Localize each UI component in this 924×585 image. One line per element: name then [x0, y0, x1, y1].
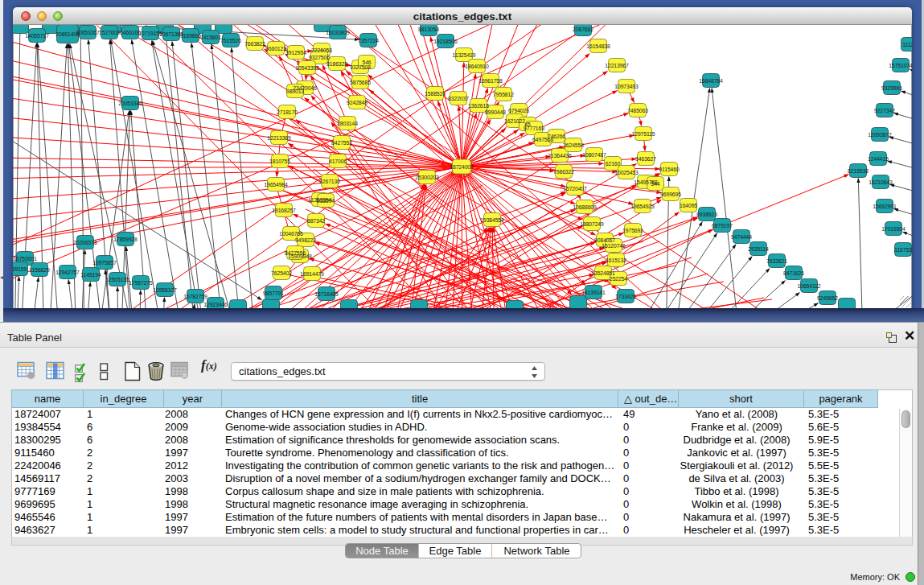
- svg-text:7485063: 7485063: [627, 108, 648, 113]
- svg-text:9327506: 9327506: [309, 55, 330, 60]
- svg-text:10046766: 10046766: [279, 231, 303, 237]
- svg-text:12505135: 12505135: [105, 277, 129, 282]
- svg-text:16120746: 16120746: [602, 243, 626, 249]
- svg-text:1244415: 1244415: [868, 156, 889, 162]
- svg-text:19654923: 19654923: [630, 204, 655, 209]
- svg-text:14055717: 14055717: [25, 33, 49, 39]
- svg-text:9169866: 9169866: [180, 33, 201, 39]
- svg-text:9857791: 9857791: [263, 290, 284, 296]
- svg-text:544: 544: [651, 181, 659, 187]
- svg-text:9242848: 9242848: [347, 100, 368, 105]
- svg-text:2087682: 2087682: [573, 27, 593, 32]
- svg-text:20206576: 20206576: [73, 240, 97, 245]
- svg-text:1156829: 1156829: [29, 267, 50, 273]
- svg-text:25300203: 25300203: [415, 175, 439, 180]
- svg-text:10653267: 10653267: [76, 30, 100, 35]
- svg-text:12942757: 12942757: [55, 270, 80, 275]
- svg-text:546: 546: [362, 60, 371, 65]
- svg-text:19168257: 19168257: [272, 208, 296, 213]
- svg-text:7357224: 7357224: [358, 38, 379, 43]
- svg-text:16154838: 16154838: [586, 43, 610, 49]
- svg-text:1145194: 1145194: [80, 272, 101, 278]
- svg-text:20053346: 20053346: [118, 101, 142, 106]
- svg-text:17957275: 17957275: [129, 280, 153, 286]
- svg-text:8427556: 8427556: [285, 250, 306, 256]
- svg-text:1975692: 1975692: [622, 228, 643, 233]
- svg-text:989013: 989013: [286, 89, 304, 94]
- svg-text:12093872: 12093872: [868, 132, 892, 138]
- svg-text:18640910: 18640910: [465, 64, 489, 69]
- svg-text:15720407: 15720407: [563, 186, 587, 192]
- svg-text:164095: 164095: [680, 203, 697, 208]
- svg-text:10975857: 10975857: [92, 260, 117, 266]
- svg-text:252254: 252254: [610, 276, 627, 282]
- svg-text:19654984: 19654984: [264, 182, 288, 187]
- svg-text:8322037: 8322037: [448, 96, 469, 101]
- svg-text:8471626: 8471626: [783, 270, 804, 276]
- svg-text:13524851: 13524851: [591, 270, 615, 276]
- svg-text:1588520: 1588520: [425, 91, 446, 97]
- svg-text:16753001: 16753001: [13, 256, 37, 262]
- svg-text:10654112: 10654112: [798, 283, 821, 289]
- svg-text:18807249: 18807249: [580, 221, 604, 227]
- svg-text:953594: 953594: [317, 198, 335, 204]
- svg-text:7663822: 7663822: [244, 41, 265, 47]
- svg-text:8990448: 8990448: [485, 109, 506, 115]
- svg-text:1615132: 1615132: [606, 257, 626, 263]
- svg-text:15751074: 15751074: [889, 63, 912, 68]
- svg-text:16210643: 16210643: [869, 179, 893, 185]
- svg-text:16033809: 16033809: [326, 30, 350, 35]
- svg-text:12923446: 12923446: [203, 302, 228, 307]
- svg-text:14139141: 14139141: [581, 290, 606, 295]
- svg-text:9227342: 9227342: [874, 108, 895, 113]
- svg-text:16961758: 16961758: [478, 78, 503, 84]
- svg-text:7515526: 7515526: [220, 38, 241, 43]
- svg-text:9115460: 9115460: [659, 167, 680, 172]
- svg-text:10543392: 10543392: [295, 65, 319, 71]
- svg-text:7415801: 7415801: [200, 35, 221, 40]
- svg-text:12213967: 12213967: [605, 63, 629, 68]
- svg-text:9474444: 9474444: [731, 234, 752, 240]
- svg-text:8938923: 8938923: [696, 212, 717, 217]
- svg-text:746266: 746266: [548, 134, 565, 139]
- svg-text:11325419: 11325419: [453, 52, 476, 58]
- svg-text:3912954: 3912954: [285, 50, 306, 56]
- svg-text:11124: 11124: [902, 42, 912, 47]
- svg-text:16782759: 16782759: [183, 294, 207, 299]
- svg-text:1733426: 1733426: [615, 294, 636, 299]
- svg-text:12213369: 12213369: [267, 135, 291, 141]
- svg-text:19218506: 19218506: [433, 39, 458, 44]
- svg-text:8215938: 8215938: [848, 168, 869, 174]
- svg-text:3267130: 3267130: [319, 179, 340, 184]
- svg-text:1362615: 1362615: [468, 103, 489, 109]
- svg-text:1621022: 1621022: [504, 118, 525, 124]
- svg-text:6794028: 6794028: [508, 108, 529, 113]
- svg-text:7632621: 7632621: [766, 258, 787, 264]
- svg-text:9329966: 9329966: [881, 85, 902, 91]
- svg-text:9245652: 9245652: [817, 295, 838, 301]
- svg-text:1527602: 1527602: [99, 30, 120, 35]
- svg-text:10025453: 10025453: [614, 170, 639, 175]
- svg-text:7625402: 7625402: [271, 270, 292, 276]
- svg-text:116753: 116753: [894, 247, 912, 253]
- svg-text:16648784: 16648784: [699, 78, 723, 84]
- svg-text:9463627: 9463627: [635, 156, 656, 162]
- svg-text:9699695: 9699695: [660, 192, 681, 197]
- svg-text:15692991: 15692991: [873, 204, 897, 209]
- svg-text:19384554: 19384554: [480, 217, 504, 223]
- svg-text:39159: 39159: [13, 266, 27, 272]
- svg-text:6879197: 6879197: [712, 223, 733, 229]
- svg-text:8427552: 8427552: [331, 140, 352, 146]
- svg-text:7986322: 7986322: [553, 169, 574, 175]
- svg-text:10688609: 10688609: [573, 204, 597, 210]
- svg-text:10807487: 10807487: [582, 152, 606, 158]
- svg-text:9084067: 9084067: [594, 237, 615, 243]
- svg-text:18724007: 18724007: [450, 164, 474, 170]
- svg-text:417006: 417006: [329, 159, 347, 164]
- svg-text:5875685: 5875685: [350, 80, 371, 85]
- svg-text:12975115: 12975115: [632, 131, 655, 137]
- svg-text:17859928: 17859928: [113, 237, 138, 242]
- svg-text:1810755: 1810755: [269, 159, 290, 164]
- svg-text:2803144: 2803144: [337, 121, 358, 126]
- svg-text:10958107: 10958107: [153, 287, 177, 293]
